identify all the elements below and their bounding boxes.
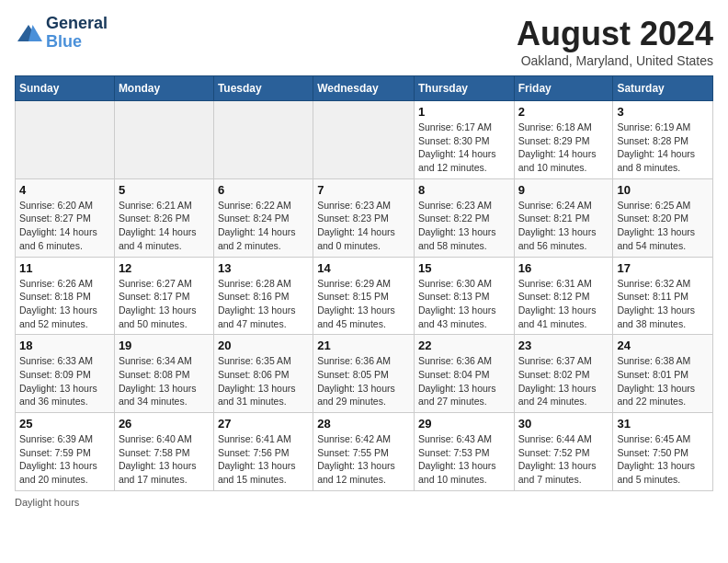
calendar: SundayMondayTuesdayWednesdayThursdayFrid… [15, 75, 713, 491]
day-info: Sunrise: 6:37 AM Sunset: 8:02 PM Dayligh… [518, 354, 609, 408]
day-cell: 24Sunrise: 6:38 AM Sunset: 8:01 PM Dayli… [613, 335, 713, 413]
weekday-header-row: SundayMondayTuesdayWednesdayThursdayFrid… [16, 76, 713, 101]
day-number: 9 [518, 183, 609, 197]
day-cell: 8Sunrise: 6:23 AM Sunset: 8:22 PM Daylig… [414, 178, 514, 257]
week-row-3: 11Sunrise: 6:26 AM Sunset: 8:18 PM Dayli… [16, 257, 713, 335]
day-cell: 16Sunrise: 6:31 AM Sunset: 8:12 PM Dayli… [514, 257, 613, 335]
day-number: 26 [119, 417, 210, 431]
week-row-1: 1Sunrise: 6:17 AM Sunset: 8:30 PM Daylig… [16, 101, 713, 179]
daylight-hours-label: Daylight hours [15, 497, 79, 508]
day-cell: 18Sunrise: 6:33 AM Sunset: 8:09 PM Dayli… [16, 335, 115, 413]
day-cell: 10Sunrise: 6:25 AM Sunset: 8:20 PM Dayli… [613, 178, 713, 257]
day-cell: 13Sunrise: 6:28 AM Sunset: 8:16 PM Dayli… [213, 257, 313, 335]
day-info: Sunrise: 6:31 AM Sunset: 8:12 PM Dayligh… [518, 277, 609, 331]
day-cell: 15Sunrise: 6:30 AM Sunset: 8:13 PM Dayli… [414, 257, 514, 335]
day-info: Sunrise: 6:27 AM Sunset: 8:17 PM Dayligh… [119, 277, 210, 331]
day-number: 1 [418, 105, 510, 119]
weekday-wednesday: Wednesday [313, 76, 415, 101]
day-info: Sunrise: 6:45 AM Sunset: 7:50 PM Dayligh… [617, 432, 709, 487]
day-number: 22 [418, 339, 510, 352]
day-cell: 29Sunrise: 6:43 AM Sunset: 7:53 PM Dayli… [414, 413, 514, 491]
day-number: 23 [518, 339, 609, 352]
day-info: Sunrise: 6:42 AM Sunset: 7:55 PM Dayligh… [317, 432, 410, 487]
day-cell: 22Sunrise: 6:36 AM Sunset: 8:04 PM Dayli… [414, 335, 514, 413]
day-info: Sunrise: 6:18 AM Sunset: 8:29 PM Dayligh… [518, 121, 609, 175]
day-info: Sunrise: 6:44 AM Sunset: 7:52 PM Dayligh… [518, 432, 609, 487]
day-cell: 11Sunrise: 6:26 AM Sunset: 8:18 PM Dayli… [16, 257, 115, 335]
logo-line1: General [46, 15, 108, 33]
day-cell [114, 101, 213, 179]
day-info: Sunrise: 6:36 AM Sunset: 8:05 PM Dayligh… [317, 354, 410, 408]
day-info: Sunrise: 6:35 AM Sunset: 8:06 PM Dayligh… [218, 354, 309, 408]
day-info: Sunrise: 6:23 AM Sunset: 8:23 PM Dayligh… [317, 199, 410, 253]
day-number: 28 [317, 417, 410, 431]
day-info: Sunrise: 6:34 AM Sunset: 8:08 PM Dayligh… [119, 354, 210, 408]
day-number: 20 [218, 339, 309, 352]
day-number: 11 [19, 261, 110, 275]
day-cell [313, 101, 415, 179]
day-cell: 3Sunrise: 6:19 AM Sunset: 8:28 PM Daylig… [613, 101, 713, 179]
day-number: 24 [617, 339, 709, 352]
day-number: 13 [218, 261, 309, 275]
day-number: 15 [418, 261, 510, 275]
weekday-monday: Monday [114, 76, 213, 101]
day-number: 12 [119, 261, 210, 275]
day-info: Sunrise: 6:43 AM Sunset: 7:53 PM Dayligh… [418, 432, 510, 487]
day-number: 16 [518, 261, 609, 275]
day-cell: 25Sunrise: 6:39 AM Sunset: 7:59 PM Dayli… [16, 413, 115, 491]
day-number: 7 [317, 183, 410, 197]
day-cell: 2Sunrise: 6:18 AM Sunset: 8:29 PM Daylig… [514, 101, 613, 179]
day-cell: 17Sunrise: 6:32 AM Sunset: 8:11 PM Dayli… [613, 257, 713, 335]
logo-icon [15, 22, 42, 44]
day-info: Sunrise: 6:19 AM Sunset: 8:28 PM Dayligh… [617, 121, 709, 175]
weekday-tuesday: Tuesday [213, 76, 313, 101]
month-year: August 2024 [517, 15, 713, 53]
day-info: Sunrise: 6:26 AM Sunset: 8:18 PM Dayligh… [19, 277, 110, 331]
day-cell: 21Sunrise: 6:36 AM Sunset: 8:05 PM Dayli… [313, 335, 415, 413]
day-number: 10 [617, 183, 709, 197]
day-cell: 7Sunrise: 6:23 AM Sunset: 8:23 PM Daylig… [313, 178, 415, 257]
day-info: Sunrise: 6:28 AM Sunset: 8:16 PM Dayligh… [218, 277, 309, 331]
day-info: Sunrise: 6:22 AM Sunset: 8:24 PM Dayligh… [218, 199, 309, 253]
header: General Blue August 2024 Oakland, Maryla… [15, 15, 713, 68]
day-cell: 27Sunrise: 6:41 AM Sunset: 7:56 PM Dayli… [213, 413, 313, 491]
weekday-thursday: Thursday [414, 76, 514, 101]
day-info: Sunrise: 6:32 AM Sunset: 8:11 PM Dayligh… [617, 277, 709, 331]
day-cell [16, 101, 115, 179]
day-number: 6 [218, 183, 309, 197]
day-number: 4 [19, 183, 110, 197]
day-number: 8 [418, 183, 510, 197]
day-cell [213, 101, 313, 179]
day-number: 21 [317, 339, 410, 352]
day-number: 31 [617, 417, 709, 431]
day-number: 30 [518, 417, 609, 431]
day-info: Sunrise: 6:24 AM Sunset: 8:21 PM Dayligh… [518, 199, 609, 253]
day-cell: 9Sunrise: 6:24 AM Sunset: 8:21 PM Daylig… [514, 178, 613, 257]
day-info: Sunrise: 6:36 AM Sunset: 8:04 PM Dayligh… [418, 354, 510, 408]
title-area: August 2024 Oakland, Maryland, United St… [517, 15, 713, 68]
footer-note: Daylight hours [15, 497, 713, 508]
day-info: Sunrise: 6:20 AM Sunset: 8:27 PM Dayligh… [19, 199, 110, 253]
day-info: Sunrise: 6:40 AM Sunset: 7:58 PM Dayligh… [119, 432, 210, 487]
weekday-friday: Friday [514, 76, 613, 101]
day-number: 3 [617, 105, 709, 119]
day-info: Sunrise: 6:25 AM Sunset: 8:20 PM Dayligh… [617, 199, 709, 253]
day-number: 17 [617, 261, 709, 275]
week-row-4: 18Sunrise: 6:33 AM Sunset: 8:09 PM Dayli… [16, 335, 713, 413]
day-number: 14 [317, 261, 410, 275]
day-info: Sunrise: 6:33 AM Sunset: 8:09 PM Dayligh… [19, 354, 110, 408]
day-cell: 14Sunrise: 6:29 AM Sunset: 8:15 PM Dayli… [313, 257, 415, 335]
weekday-saturday: Saturday [613, 76, 713, 101]
day-info: Sunrise: 6:23 AM Sunset: 8:22 PM Dayligh… [418, 199, 510, 253]
day-cell: 19Sunrise: 6:34 AM Sunset: 8:08 PM Dayli… [114, 335, 213, 413]
location: Oakland, Maryland, United States [517, 53, 713, 68]
day-info: Sunrise: 6:41 AM Sunset: 7:56 PM Dayligh… [218, 432, 309, 487]
day-cell: 20Sunrise: 6:35 AM Sunset: 8:06 PM Dayli… [213, 335, 313, 413]
day-cell: 4Sunrise: 6:20 AM Sunset: 8:27 PM Daylig… [16, 178, 115, 257]
day-info: Sunrise: 6:17 AM Sunset: 8:30 PM Dayligh… [418, 121, 510, 175]
day-number: 27 [218, 417, 309, 431]
day-cell: 23Sunrise: 6:37 AM Sunset: 8:02 PM Dayli… [514, 335, 613, 413]
day-info: Sunrise: 6:29 AM Sunset: 8:15 PM Dayligh… [317, 277, 410, 331]
day-number: 2 [518, 105, 609, 119]
day-info: Sunrise: 6:39 AM Sunset: 7:59 PM Dayligh… [19, 432, 110, 487]
